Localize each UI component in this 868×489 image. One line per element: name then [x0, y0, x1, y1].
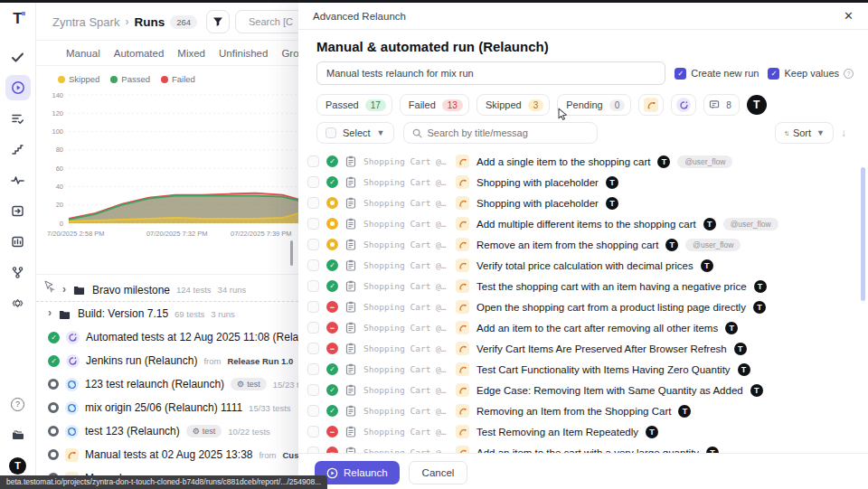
run-row[interactable]: Automated tests at 12 Aug 2025 11:08 (Re…	[36, 325, 307, 349]
test-checkbox[interactable]	[307, 301, 319, 313]
runs-tab[interactable]: Mixed	[177, 48, 205, 59]
test-title[interactable]: Remove an item from the shopping cart	[476, 240, 658, 250]
test-title[interactable]: Add an item to the cart with a very larg…	[476, 447, 699, 454]
help-icon[interactable]: ?	[844, 69, 854, 79]
test-title[interactable]: Verify Cart Items Are Preserved After Br…	[476, 343, 727, 354]
checkbox-checked-icon[interactable]	[768, 68, 779, 80]
select-dropdown[interactable]: Select ▼	[316, 122, 394, 144]
test-checkbox[interactable]	[307, 343, 319, 354]
status-filter-chip[interactable]: Passed 17	[316, 94, 392, 116]
test-checkbox[interactable]	[307, 322, 319, 334]
test-title[interactable]: Add a single item to the shopping cart	[476, 156, 650, 167]
test-title[interactable]: Add an item to the cart after removing a…	[476, 323, 718, 334]
modal-scrollbar-thumb[interactable]	[861, 167, 865, 301]
filter-button[interactable]	[206, 10, 230, 33]
analytics-pulse-icon[interactable]	[5, 167, 31, 193]
run-title[interactable]: Build: Version 7.15	[78, 307, 168, 320]
test-title[interactable]: Removing an Item from the Shopping Cart	[476, 406, 671, 417]
run-title[interactable]: Bravo milestone	[92, 284, 170, 296]
test-row[interactable]: Shopping Cart @… Test the shopping cart …	[307, 276, 854, 296]
test-checkbox[interactable]	[307, 405, 319, 417]
runs-tab[interactable]: Unfinished	[219, 48, 268, 59]
test-checkbox[interactable]	[307, 239, 319, 250]
tests-search[interactable]	[403, 122, 598, 144]
run-row[interactable]: mix origin 25/06 (Relaunch) 1111 15/33 t…	[36, 396, 307, 419]
runs-tab[interactable]: Manual	[66, 48, 100, 59]
test-row[interactable]: Shopping Cart @… Test Removing an Item R…	[307, 421, 854, 442]
app-logo[interactable]: T	[13, 10, 22, 28]
test-title[interactable]: Test Cart Functionality with Items Havin…	[476, 364, 731, 375]
keep-values-option[interactable]: Keep values ?	[768, 68, 854, 80]
suites-list-icon[interactable]	[5, 106, 31, 131]
test-checkbox[interactable]	[307, 218, 319, 230]
test-checkbox[interactable]	[307, 259, 319, 271]
test-title[interactable]: Test Removing an Item Repeatedly	[476, 427, 638, 437]
test-checkbox[interactable]	[307, 426, 319, 437]
run-row[interactable]: › Build: Version 7.15 69 tests 3 runs	[36, 302, 307, 325]
test-row[interactable]: Shopping Cart @… Add an item to the cart…	[307, 442, 854, 453]
tests-check-icon[interactable]	[5, 44, 31, 70]
manual-filter-chip[interactable]	[638, 94, 664, 116]
comments-filter-chip[interactable]: 8	[703, 94, 740, 116]
run-row[interactable]: Jenkins run (Relaunch) from Release Run …	[36, 349, 307, 372]
test-row[interactable]: Shopping Cart @… Open the shopping cart …	[307, 296, 854, 317]
test-title[interactable]: Test the shopping cart with an item havi…	[476, 281, 747, 292]
breadcrumb-page[interactable]: Runs	[134, 15, 165, 29]
run-row[interactable]: Manual tests at 02 Aug 2025 13:38 from C…	[36, 443, 307, 466]
branch-icon[interactable]	[5, 259, 31, 285]
test-checkbox[interactable]	[307, 197, 319, 209]
run-row[interactable]: 123 test relaunch (Relaunch) ⚙test 15/23…	[36, 372, 307, 396]
help-icon[interactable]: ?	[5, 391, 31, 417]
run-row[interactable]: › Bravo milestone 124 tests 34 runs	[36, 278, 307, 302]
runs-play-icon[interactable]	[5, 75, 31, 100]
breadcrumb-project[interactable]: Zyntra Spark	[52, 15, 119, 29]
test-title[interactable]: Verify total price calculation with deci…	[476, 260, 693, 271]
test-row[interactable]: Shopping Cart @… Add multiple different …	[307, 213, 854, 234]
run-title[interactable]: test 123 (Relaunch)	[85, 425, 180, 437]
relaunch-button[interactable]: Relaunch	[315, 461, 400, 484]
reports-image-icon[interactable]	[5, 229, 31, 254]
run-title[interactable]: Automated tests at 12 Aug 2025 11:08 (Re…	[86, 331, 307, 343]
test-row[interactable]: Shopping Cart @… Verify Cart Items Are P…	[307, 338, 854, 359]
run-title[interactable]: mix origin 25/06 (Relaunch) 1111	[85, 401, 242, 414]
test-row[interactable]: Shopping Cart @… Test Cart Functionality…	[307, 359, 854, 380]
import-box-icon[interactable]	[5, 198, 31, 223]
projects-folder-icon[interactable]	[5, 422, 31, 447]
test-row[interactable]: Shopping Cart @… Remove an item from the…	[307, 234, 854, 255]
test-row[interactable]: Shopping Cart @… Add a single item to th…	[307, 151, 854, 172]
test-title[interactable]: Open the shopping cart from a product li…	[476, 302, 746, 313]
status-filter-chip[interactable]: Skipped 3	[476, 94, 550, 116]
test-checkbox[interactable]	[307, 155, 319, 167]
run-row[interactable]: test 123 (Relaunch) ⚙test 10/22 tests	[36, 419, 307, 443]
status-filter-chip[interactable]: Failed 13	[400, 94, 469, 116]
user-avatar[interactable]: T	[5, 453, 31, 478]
test-row[interactable]: Shopping Cart @… Shopping with placehold…	[307, 193, 854, 213]
test-title[interactable]: Add multiple different items to the shop…	[476, 219, 696, 230]
runs-search[interactable]: ✕	[235, 10, 304, 33]
run-title[interactable]: 123 test relaunch (Relaunch)	[85, 378, 224, 390]
run-name-input[interactable]	[316, 61, 665, 85]
test-checkbox[interactable]	[307, 280, 319, 292]
tests-search-input[interactable]	[428, 127, 589, 138]
checkbox-checked-icon[interactable]	[675, 68, 686, 80]
close-icon[interactable]: ✕	[844, 9, 854, 23]
create-new-run-option[interactable]: Create new run	[675, 68, 759, 80]
test-checkbox[interactable]	[307, 447, 319, 453]
test-checkbox[interactable]	[307, 176, 319, 188]
test-title[interactable]: Edge Case: Removing Item with Same Quant…	[476, 385, 743, 396]
test-row[interactable]: Shopping Cart @… Shopping with placehold…	[307, 172, 854, 193]
cancel-button[interactable]: Cancel	[409, 461, 468, 484]
sort-button[interactable]: ↑↓ Sort ▼	[775, 122, 834, 144]
test-checkbox[interactable]	[307, 384, 319, 396]
test-title[interactable]: Shopping with placeholder	[476, 177, 599, 188]
test-checkbox[interactable]	[307, 363, 319, 375]
test-title[interactable]: Shopping with placeholder	[476, 198, 599, 209]
test-row[interactable]: Shopping Cart @… Add an item to the cart…	[307, 317, 854, 338]
main-scrollbar-thumb[interactable]	[290, 240, 293, 266]
automated-filter-chip[interactable]	[671, 94, 696, 116]
test-row[interactable]: Shopping Cart @… Removing an Item from t…	[307, 400, 854, 421]
assignee-avatar[interactable]: T	[747, 95, 767, 115]
checkbox-empty-icon[interactable]	[326, 127, 336, 138]
expand-chevron-icon[interactable]: ›	[62, 283, 66, 296]
runs-tab[interactable]: Automated	[114, 48, 165, 59]
